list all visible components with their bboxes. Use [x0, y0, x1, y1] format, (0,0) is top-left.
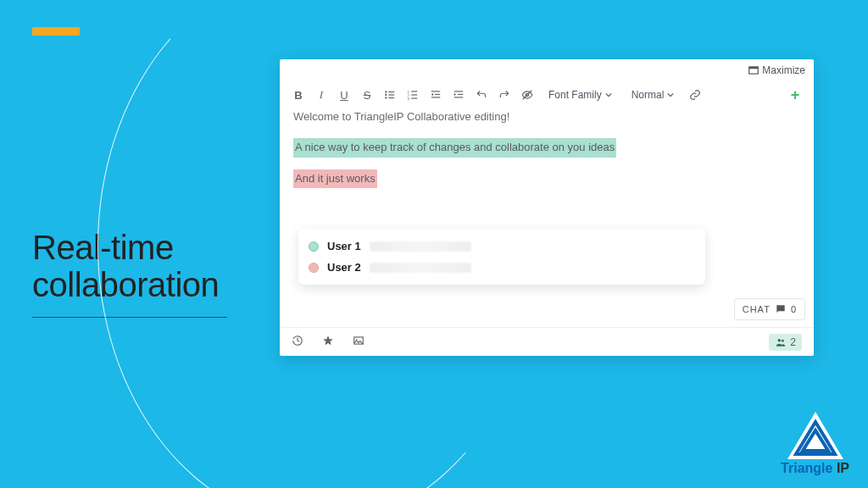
undo-icon	[476, 89, 487, 101]
svg-rect-11	[411, 94, 417, 95]
redo-icon	[498, 89, 510, 101]
content-line-3: And it just works	[293, 169, 377, 189]
chat-label: CHAT	[743, 304, 771, 314]
underline-button[interactable]: U	[337, 86, 351, 103]
indent-icon	[453, 89, 465, 101]
svg-rect-3	[388, 92, 394, 92]
history-icon	[292, 335, 303, 347]
svg-rect-14	[431, 91, 441, 92]
chat-button[interactable]: CHAT 0	[734, 298, 805, 320]
visibility-off-button[interactable]	[520, 86, 534, 103]
user-name: User 1	[327, 240, 361, 252]
user-color-dot	[309, 263, 319, 273]
user-color-dot	[309, 241, 319, 252]
user-row: User 2	[307, 257, 697, 278]
svg-rect-7	[388, 97, 394, 98]
editor-window: Maximize B I U S 123	[280, 59, 814, 356]
svg-point-6	[385, 97, 387, 98]
favorite-button[interactable]	[322, 335, 334, 350]
editor-toolbar: B I U S 123	[292, 86, 802, 103]
brand-name-2: IP	[832, 461, 849, 475]
users-popover: User 1 User 2	[298, 229, 705, 285]
font-size-dropdown[interactable]: Normal	[626, 87, 680, 103]
svg-rect-1	[749, 67, 759, 69]
svg-point-24	[778, 338, 782, 341]
triangle-logo-icon	[786, 410, 845, 461]
users-count-button[interactable]: 2	[769, 334, 802, 351]
image-icon	[353, 335, 364, 347]
image-button[interactable]	[353, 335, 364, 350]
maximize-button[interactable]: Maximize	[748, 64, 805, 76]
svg-point-25	[782, 339, 784, 341]
font-family-dropdown[interactable]: Font Family	[543, 87, 617, 103]
svg-point-4	[385, 94, 387, 96]
editor-bottom-bar: 2	[280, 327, 814, 356]
history-button[interactable]	[292, 335, 303, 350]
chat-icon	[775, 303, 787, 315]
editor-content[interactable]: Welcome to TriangleIP Collaborative edit…	[293, 108, 800, 188]
outdent-button[interactable]	[429, 86, 442, 103]
bullet-list-icon	[384, 89, 396, 101]
svg-text:3: 3	[408, 97, 410, 101]
numbered-list-icon: 123	[407, 89, 419, 101]
content-line-2: A nice way to keep track of changes and …	[293, 138, 616, 158]
accent-bar	[32, 27, 80, 36]
user-row: User 1	[307, 236, 697, 257]
content-line-1: Welcome to TriangleIP Collaborative edit…	[293, 108, 800, 126]
chevron-down-icon	[605, 92, 612, 98]
eye-off-icon	[521, 89, 533, 101]
maximize-icon	[748, 64, 760, 76]
users-icon	[775, 336, 787, 348]
strikethrough-button[interactable]: S	[360, 86, 374, 103]
svg-rect-5	[388, 94, 394, 95]
svg-rect-17	[454, 91, 464, 92]
svg-rect-18	[458, 94, 463, 95]
outdent-icon	[430, 89, 442, 101]
redo-button[interactable]	[498, 86, 511, 103]
svg-rect-13	[411, 98, 417, 99]
brand-logo: Triangle IP	[781, 410, 849, 476]
svg-rect-19	[454, 97, 464, 97]
user-email-redacted	[370, 263, 471, 273]
brand-name-1: Triangle	[781, 461, 832, 475]
indent-button[interactable]	[452, 86, 465, 103]
svg-rect-9	[411, 91, 417, 92]
bold-button[interactable]: B	[292, 86, 305, 103]
chat-count: 0	[791, 304, 797, 314]
maximize-label: Maximize	[762, 64, 805, 76]
users-count-value: 2	[790, 336, 796, 348]
svg-rect-15	[435, 94, 440, 95]
font-size-label: Normal	[632, 89, 665, 101]
add-button[interactable]: +	[788, 86, 802, 103]
user-email-redacted	[370, 241, 471, 252]
star-icon	[322, 335, 334, 347]
svg-rect-16	[431, 97, 441, 97]
undo-button[interactable]	[475, 86, 488, 103]
ordered-list-button[interactable]: 123	[406, 86, 420, 103]
font-family-label: Font Family	[548, 89, 602, 101]
italic-button[interactable]: I	[314, 86, 328, 103]
link-button[interactable]	[688, 86, 702, 103]
svg-point-2	[385, 91, 387, 92]
link-icon	[689, 89, 701, 101]
unordered-list-button[interactable]	[383, 86, 397, 103]
chevron-down-icon	[667, 92, 674, 98]
user-name: User 2	[327, 261, 361, 274]
